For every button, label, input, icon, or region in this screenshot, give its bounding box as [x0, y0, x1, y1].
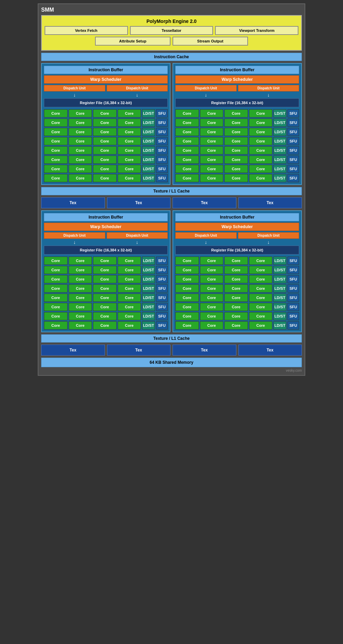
core-cell: Core	[200, 303, 224, 311]
core-cell: Core	[224, 257, 248, 265]
core-cell: Core	[69, 156, 92, 164]
core-cell: Core	[69, 146, 92, 154]
core-cell: Core	[118, 146, 141, 154]
core-cell: Core	[175, 284, 199, 293]
core-cell: Core	[224, 275, 248, 283]
ws-4: Warp Scheduler	[175, 223, 299, 231]
sfu-cell: SFU	[287, 294, 299, 302]
sfu-cell: SFU	[156, 174, 168, 182]
core-cell: Core	[249, 174, 273, 182]
rf-4: Register File (16,384 x 32-bit)	[175, 246, 299, 255]
ib-4: Instruction Buffer	[175, 213, 299, 221]
core-cell: Core	[44, 312, 68, 320]
core-cell: Core	[249, 294, 273, 302]
tex-row-2: Tex Tex Tex Tex	[41, 345, 302, 356]
core-cell: Core	[93, 312, 117, 320]
shared-memory: 64 KB Shared Memory	[41, 358, 302, 367]
core-cell: Core	[44, 303, 68, 311]
core-row: Core Core Core Core LD/ST SFU	[44, 137, 168, 145]
ldst-cell: LD/ST	[142, 303, 155, 311]
vertex-fetch-box: Vertex Fetch	[45, 26, 128, 35]
sfu-cell: SFU	[287, 321, 299, 330]
core-row: Core Core Core Core LD/ST SFU	[175, 174, 299, 182]
sm-block-1: Instruction Buffer Warp Scheduler Dispat…	[41, 63, 170, 185]
core-row: Core Core Core Core LD/ST SFU	[175, 165, 299, 173]
core-cell: Core	[118, 137, 141, 145]
core-row: Core Core Core Core LD/ST SFU	[44, 119, 168, 127]
ldst-cell: LD/ST	[142, 284, 155, 293]
core-cell: Core	[175, 275, 199, 283]
tessellator-box: Tessellator	[130, 26, 213, 35]
core-cell: Core	[93, 174, 117, 182]
core-cell: Core	[93, 303, 117, 311]
core-row: Core Core Core Core LD/ST SFU	[44, 165, 168, 173]
arrow-3a: ↓	[44, 239, 105, 245]
sfu-cell: SFU	[287, 165, 299, 173]
ldst-cell: LD/ST	[142, 266, 155, 274]
core-cell: Core	[249, 109, 273, 117]
core-cell: Core	[44, 294, 68, 302]
sfu-cell: SFU	[287, 128, 299, 136]
core-cell: Core	[175, 128, 199, 136]
viewport-transform-box: Viewport Transform	[215, 26, 298, 35]
core-cell: Core	[224, 174, 248, 182]
core-cell: Core	[44, 137, 68, 145]
ldst-cell: LD/ST	[273, 128, 286, 136]
core-cell: Core	[44, 165, 68, 173]
core-cell: Core	[249, 266, 273, 274]
watermark: vesky.com	[41, 369, 302, 372]
arrow-3b: ↓	[107, 239, 168, 245]
sm-pair-2: Instruction Buffer Warp Scheduler Dispat…	[41, 210, 302, 332]
sfu-cell: SFU	[156, 128, 168, 136]
core-cell: Core	[200, 284, 224, 293]
dispatch-row-4: Dispatch Unit Dispatch Unit	[175, 232, 299, 239]
core-row: Core Core Core Core LD/ST SFU	[175, 128, 299, 136]
core-cell: Core	[44, 156, 68, 164]
core-cell: Core	[175, 312, 199, 320]
core-cell: Core	[224, 137, 248, 145]
core-cell: Core	[224, 109, 248, 117]
ldst-cell: LD/ST	[273, 119, 286, 127]
core-cell: Core	[93, 284, 117, 293]
instruction-cache: Instruction Cache	[41, 53, 302, 61]
core-cell: Core	[69, 128, 92, 136]
ldst-cell: LD/ST	[142, 174, 155, 182]
core-cell: Core	[118, 275, 141, 283]
core-row: Core Core Core Core LD/ST SFU	[175, 156, 299, 164]
arrow-4b: ↓	[238, 239, 299, 245]
core-row: Core Core Core Core LD/ST SFU	[44, 321, 168, 330]
core-cell: Core	[224, 303, 248, 311]
core-cell: Core	[44, 321, 68, 330]
core-cell: Core	[224, 165, 248, 173]
sfu-cell: SFU	[156, 146, 168, 154]
arrow-1b: ↓	[107, 92, 168, 98]
ldst-cell: LD/ST	[142, 119, 155, 127]
ldst-cell: LD/ST	[273, 294, 286, 302]
ldst-cell: LD/ST	[273, 303, 286, 311]
core-cell: Core	[249, 119, 273, 127]
core-cell: Core	[200, 119, 224, 127]
core-cell: Core	[69, 321, 92, 330]
sfu-cell: SFU	[287, 109, 299, 117]
core-row: Core Core Core Core LD/ST SFU	[175, 303, 299, 311]
ldst-cell: LD/ST	[273, 156, 286, 164]
core-cell: Core	[224, 312, 248, 320]
ldst-cell: LD/ST	[142, 109, 155, 117]
core-cell: Core	[249, 303, 273, 311]
sfu-cell: SFU	[156, 312, 168, 320]
core-cell: Core	[93, 137, 117, 145]
ldst-cell: LD/ST	[273, 109, 286, 117]
core-cell: Core	[118, 312, 141, 320]
dispatch-unit-1a: Dispatch Unit	[44, 85, 105, 91]
ldst-cell: LD/ST	[273, 284, 286, 293]
core-row: Core Core Core Core LD/ST SFU	[175, 284, 299, 293]
core-cell: Core	[118, 174, 141, 182]
sfu-cell: SFU	[287, 257, 299, 265]
core-cell: Core	[44, 284, 68, 293]
sfu-cell: SFU	[156, 275, 168, 283]
core-cell: Core	[249, 275, 273, 283]
core-cell: Core	[93, 165, 117, 173]
polymorph-row2: Attribute Setup Stream Output	[45, 37, 298, 46]
core-cell: Core	[175, 294, 199, 302]
core-cell: Core	[249, 137, 273, 145]
